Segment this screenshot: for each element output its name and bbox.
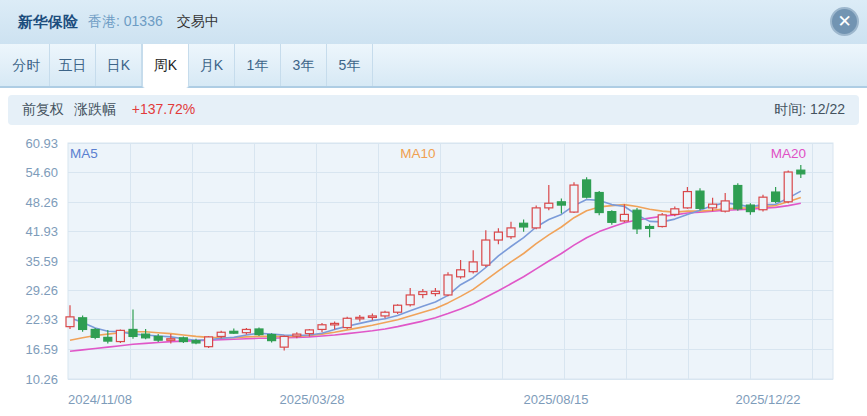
candle <box>116 329 124 343</box>
candle <box>583 177 591 198</box>
candle <box>255 328 263 336</box>
candle <box>696 188 704 210</box>
candle <box>658 213 666 227</box>
candle <box>394 304 402 314</box>
time-label: 时间: 12/22 <box>774 101 845 119</box>
legend-ma10: MA10 <box>400 146 435 161</box>
change-label: 涨跌幅 <box>74 101 116 117</box>
kline-chart[interactable]: 60.9354.6048.2641.9335.5929.2622.9316.59… <box>0 124 867 416</box>
market-code: 香港: 01336 <box>88 13 163 31</box>
tab-minute[interactable]: 分时 <box>4 44 50 86</box>
tab-3year[interactable]: 3年 <box>281 44 327 86</box>
candle <box>734 183 742 210</box>
y-axis-labels: 60.9354.6048.2641.9335.5929.2622.9316.59… <box>25 136 58 387</box>
chart-area[interactable]: 60.9354.6048.2641.9335.5929.2622.9316.59… <box>0 124 867 416</box>
candle <box>79 315 87 331</box>
y-tick-label: 22.93 <box>25 312 58 327</box>
y-tick-label: 35.59 <box>25 254 58 269</box>
y-tick-label: 60.93 <box>25 136 58 151</box>
x-tick-label: 2024/11/08 <box>68 392 132 407</box>
close-icon: ✕ <box>837 13 851 30</box>
y-tick-label: 54.60 <box>25 165 58 180</box>
header: 新华保险 香港: 01336 交易中 ✕ <box>0 0 867 44</box>
tab-5day[interactable]: 五日 <box>50 44 96 86</box>
candle <box>268 333 276 342</box>
tab-daily[interactable]: 日K <box>96 44 142 86</box>
x-tick-label: 2025/12/22 <box>735 392 800 407</box>
x-axis-labels: 2024/11/082025/03/282025/08/152025/12/22 <box>68 392 801 407</box>
candle <box>570 182 578 213</box>
candle <box>608 210 616 224</box>
candle <box>179 336 187 343</box>
tab-1year[interactable]: 1年 <box>235 44 281 86</box>
info-left: 前复权 涨跌幅 +137.72% <box>22 101 195 119</box>
tab-5year[interactable]: 5年 <box>327 44 373 86</box>
tab-monthly[interactable]: 月K <box>189 44 235 86</box>
close-button[interactable]: ✕ <box>830 7 859 36</box>
legend-ma20: MA20 <box>771 146 806 161</box>
adjust-mode-label: 前复权 <box>22 101 64 117</box>
y-tick-label: 41.93 <box>25 224 58 239</box>
candle <box>91 328 99 339</box>
candle <box>784 171 792 204</box>
y-tick-label: 10.26 <box>25 372 58 387</box>
x-tick-label: 2025/03/28 <box>279 392 344 407</box>
y-tick-label: 16.59 <box>25 342 58 357</box>
tab-bar: 分时五日日K周K月K1年3年5年 <box>0 44 867 88</box>
candle <box>205 336 213 348</box>
candle <box>759 195 767 212</box>
candle <box>444 272 452 296</box>
tab-weekly[interactable]: 周K <box>142 44 189 88</box>
y-tick-label: 48.26 <box>25 195 58 210</box>
legend-ma5: MA5 <box>70 146 98 161</box>
y-tick-label: 29.26 <box>25 283 58 298</box>
stock-title: 新华保险 <box>18 13 78 32</box>
x-tick-label: 2025/08/15 <box>523 392 588 407</box>
info-bar: 前复权 涨跌幅 +137.72% 时间: 12/22 <box>8 95 859 125</box>
candle <box>343 317 351 329</box>
candle <box>595 191 603 215</box>
candle <box>532 206 540 230</box>
trading-status: 交易中 <box>177 13 219 31</box>
change-value: +137.72% <box>132 101 195 117</box>
